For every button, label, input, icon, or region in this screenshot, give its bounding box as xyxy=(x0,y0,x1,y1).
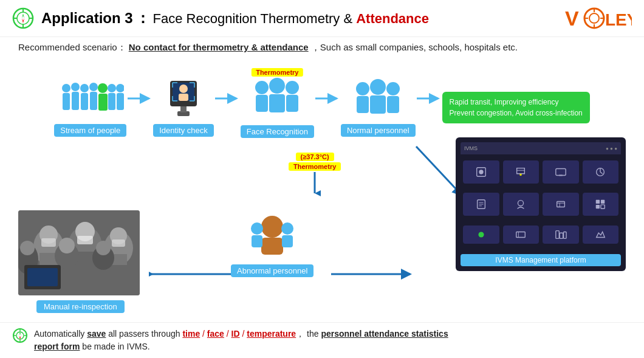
svg-point-26 xyxy=(108,84,116,92)
svg-rect-74 xyxy=(112,239,125,247)
ivms-cell-4 xyxy=(583,160,619,184)
svg-rect-49 xyxy=(269,94,285,112)
face-recognition: Thermometry Face Recognition xyxy=(241,77,314,138)
svg-point-57 xyxy=(386,82,400,95)
ivms-cell-7 xyxy=(543,193,579,216)
svg-point-24 xyxy=(98,83,108,93)
svg-point-16 xyxy=(62,84,70,92)
svg-marker-6 xyxy=(22,13,24,18)
svg-point-104 xyxy=(518,201,524,206)
ivms-cell-3 xyxy=(543,160,579,184)
ivms-cell-9 xyxy=(463,225,499,244)
left-arrow xyxy=(149,268,240,283)
thermometry-badge-top: Thermometry xyxy=(252,68,303,77)
ivms-cell-11 xyxy=(543,225,579,244)
normal-personnel: Normal personnel xyxy=(341,78,416,137)
svg-rect-105 xyxy=(557,202,564,207)
svg-rect-86 xyxy=(261,238,283,255)
svg-point-55 xyxy=(370,79,386,95)
ivms-cell-2 xyxy=(503,160,540,184)
svg-rect-27 xyxy=(108,93,115,110)
svg-point-22 xyxy=(89,83,98,91)
svg-rect-88 xyxy=(252,235,262,247)
ivms-cell-12 xyxy=(583,225,619,244)
arrow-2 xyxy=(215,92,239,105)
svg-point-80 xyxy=(96,241,111,255)
ivms-cell-8 xyxy=(583,193,619,216)
svg-rect-54 xyxy=(357,96,369,113)
down-arrow-thermo: (≥37.3°C) Thermometry xyxy=(289,153,341,196)
svg-rect-36 xyxy=(179,94,188,101)
svg-text:V: V xyxy=(565,7,579,30)
svg-rect-51 xyxy=(286,95,298,112)
svg-point-92 xyxy=(479,170,483,174)
scenario-bar: Recommended scenario： No contact for the… xyxy=(0,37,644,58)
svg-rect-115 xyxy=(556,230,559,238)
svg-point-28 xyxy=(116,84,124,92)
svg-rect-56 xyxy=(370,95,386,114)
ivms-cell-10 xyxy=(503,225,540,244)
svg-rect-70 xyxy=(77,236,93,244)
ivms-grid xyxy=(461,158,621,252)
svg-rect-95 xyxy=(556,169,566,176)
svg-point-85 xyxy=(261,216,283,238)
svg-rect-25 xyxy=(98,94,108,111)
face-recognition-label: Face Recognition xyxy=(241,125,314,138)
svg-point-50 xyxy=(286,81,299,94)
svg-point-35 xyxy=(179,84,188,93)
svg-rect-113 xyxy=(516,232,526,237)
svg-rect-23 xyxy=(90,92,97,110)
arrow-4 xyxy=(417,92,441,105)
svg-point-53 xyxy=(356,82,369,95)
svg-rect-17 xyxy=(63,93,70,110)
svg-rect-21 xyxy=(81,93,88,110)
manual-label: Manual re-inspection xyxy=(36,300,125,313)
identity-check: Identity check xyxy=(153,78,214,137)
svg-rect-108 xyxy=(596,200,600,204)
svg-rect-90 xyxy=(282,235,293,247)
diagram: Stream of people xyxy=(0,58,644,326)
ivms-cell-6 xyxy=(503,193,540,216)
svg-rect-117 xyxy=(563,232,566,238)
header: Application 3 ： Face Recognition Thermom… xyxy=(0,0,644,37)
logo: V LEY xyxy=(565,6,632,30)
normal-label: Normal personnel xyxy=(341,124,416,137)
svg-point-10 xyxy=(589,13,599,23)
svg-rect-109 xyxy=(601,200,605,204)
svg-rect-111 xyxy=(601,205,605,208)
svg-point-18 xyxy=(71,83,80,91)
svg-rect-110 xyxy=(596,205,600,208)
svg-rect-116 xyxy=(560,233,563,238)
page-title: Application 3 ： Face Recognition Thermom… xyxy=(41,9,429,28)
compass-icon xyxy=(12,7,34,29)
svg-rect-58 xyxy=(387,96,399,113)
ivms-cell-1 xyxy=(463,160,499,184)
svg-marker-7 xyxy=(22,18,24,23)
svg-point-112 xyxy=(478,232,484,237)
footer-compass-icon xyxy=(12,328,28,343)
svg-line-99 xyxy=(600,172,603,174)
ivms-platform: IVMS ● ● ● xyxy=(456,137,626,271)
svg-text:LEY: LEY xyxy=(605,10,632,29)
stream-of-people: Stream of people xyxy=(54,78,126,137)
photo-inspection xyxy=(18,210,140,295)
benefits-box: Rapid transit, Improving efficiency Prev… xyxy=(442,92,590,123)
arrow-1 xyxy=(128,92,152,105)
svg-point-94 xyxy=(519,174,522,176)
abnormal-label: Abnormal personnel xyxy=(231,264,313,277)
footer: Automatically save all passers through t… xyxy=(0,322,644,358)
svg-point-48 xyxy=(269,78,285,94)
temp-label: (≥37.3°C) xyxy=(296,153,334,161)
top-flow: Stream of people xyxy=(12,77,632,138)
svg-point-76 xyxy=(20,241,35,255)
svg-point-89 xyxy=(281,222,293,235)
ivms-label: IVMS Management platform xyxy=(461,254,621,266)
thermometry-badge-down: Thermometry xyxy=(289,162,341,171)
abnormal-personnel: Abnormal personnel xyxy=(231,213,313,277)
ivms-header-bar: IVMS ● ● ● xyxy=(461,142,621,154)
svg-point-78 xyxy=(59,238,75,253)
svg-line-61 xyxy=(416,146,462,195)
svg-rect-19 xyxy=(72,92,79,110)
arrow-3 xyxy=(315,92,340,105)
footer-text: Automatically save all passers through t… xyxy=(34,328,448,353)
